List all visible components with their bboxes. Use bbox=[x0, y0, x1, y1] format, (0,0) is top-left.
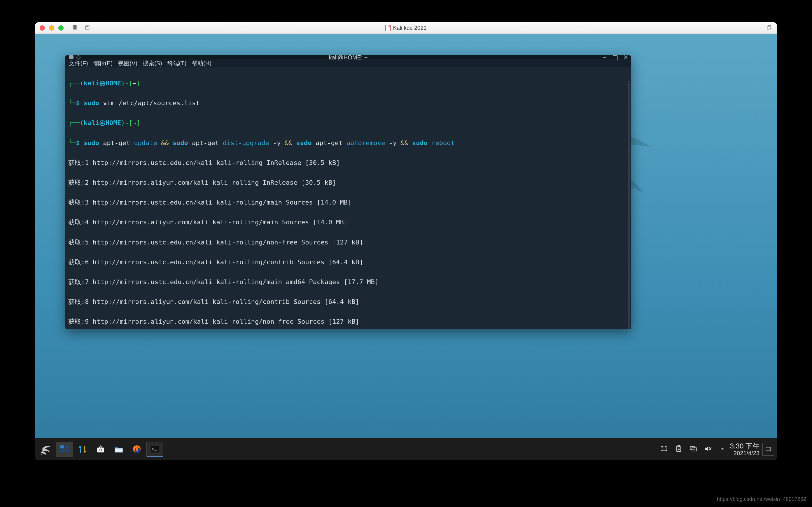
terminal-output-line: 获取:5 http://mirrors.ustc.edu.cn/kali kal… bbox=[68, 237, 626, 247]
svg-rect-13 bbox=[84, 446, 85, 450]
vm-toolbar-left bbox=[72, 24, 90, 32]
tray-expand-icon[interactable] bbox=[718, 445, 726, 454]
show-desktop-button[interactable] bbox=[762, 443, 774, 456]
svg-rect-9 bbox=[65, 449, 69, 453]
svg-rect-11 bbox=[80, 448, 81, 453]
svg-point-12 bbox=[84, 450, 86, 453]
terminal-output-line: 获取:2 http://mirrors.aliyun.com/kali kali… bbox=[68, 178, 626, 188]
taskbar-clock[interactable]: 3:30 下午 2021/4/23 bbox=[730, 442, 760, 457]
svg-rect-8 bbox=[60, 449, 64, 453]
restore-window-icon[interactable] bbox=[766, 24, 772, 32]
svg-rect-22 bbox=[692, 448, 696, 451]
svg-rect-7 bbox=[65, 446, 69, 449]
vm-document-icon bbox=[385, 25, 391, 31]
svg-rect-21 bbox=[690, 446, 695, 450]
volume-muted-icon[interactable] bbox=[704, 445, 712, 454]
pause-icon[interactable] bbox=[72, 24, 78, 32]
terminal-output-line: 获取:6 http://mirrors.ustc.edu.cn/kali kal… bbox=[68, 257, 626, 267]
terminal-output-line: 获取:1 http://mirrors.ustc.edu.cn/kali kal… bbox=[68, 158, 626, 168]
window-controls bbox=[40, 25, 63, 31]
terminal-output-line: 获取:4 http://mirrors.aliyun.com/kali kali… bbox=[68, 217, 626, 227]
host-window-title: Kali kde 2021 bbox=[35, 25, 777, 31]
terminal-output-line: 获取:9 http://mirrors.aliyun.com/kali kali… bbox=[68, 317, 626, 327]
host-title-text: Kali kde 2021 bbox=[393, 25, 426, 31]
snapshot-icon[interactable] bbox=[84, 24, 90, 32]
terminal-output-line: 获取:8 http://mirrors.aliyun.com/kali kali… bbox=[68, 297, 626, 307]
vm-taskbar: 3:30 下午 2021/4/23 bbox=[35, 438, 777, 460]
svg-rect-23 bbox=[766, 447, 771, 451]
terminal-titlebar[interactable]: kali@HOME: ~ － ▢ ✕ bbox=[65, 55, 631, 59]
taskbar-settings[interactable] bbox=[74, 442, 91, 457]
taskbar-workspaces[interactable] bbox=[56, 442, 73, 457]
vm-toolbar-right bbox=[766, 24, 772, 32]
svg-rect-18 bbox=[151, 446, 159, 453]
display-icon[interactable] bbox=[689, 445, 697, 454]
terminal-close-icon[interactable]: ✕ bbox=[623, 55, 628, 61]
host-window: Kali kde 2021 kali@HOME: ~ － ▢ bbox=[35, 22, 777, 460]
terminal-maximize-icon[interactable]: ▢ bbox=[612, 55, 618, 61]
svg-point-10 bbox=[79, 446, 82, 448]
clipboard-icon[interactable] bbox=[675, 445, 683, 454]
watermark-text: https://blog.csdn.net/weixin_46017292 bbox=[717, 496, 806, 502]
minimize-button[interactable] bbox=[49, 25, 54, 31]
terminal-scrollbar[interactable] bbox=[628, 81, 630, 329]
terminal-window: kali@HOME: ~ － ▢ ✕ 文件(F) 编辑(E) 视图(V) 搜索(… bbox=[65, 55, 631, 329]
svg-rect-16 bbox=[115, 448, 123, 453]
vm-toolbar-nav bbox=[117, 25, 121, 31]
fullscreen-button[interactable] bbox=[58, 25, 63, 31]
taskbar-file-manager[interactable] bbox=[110, 442, 127, 457]
svg-rect-3 bbox=[86, 25, 88, 26]
svg-rect-6 bbox=[60, 446, 64, 449]
svg-rect-5 bbox=[767, 26, 770, 29]
terminal-output-line: 获取:3 http://mirrors.ustc.edu.cn/kali kal… bbox=[68, 198, 626, 208]
clock-date: 2021/4/23 bbox=[730, 450, 760, 457]
taskbar-firefox[interactable] bbox=[128, 442, 145, 457]
svg-rect-1 bbox=[75, 25, 77, 29]
terminal-minimize-icon[interactable]: － bbox=[601, 55, 608, 61]
mac-titlebar: Kali kde 2021 bbox=[35, 22, 777, 34]
taskbar-terminal-active[interactable] bbox=[146, 442, 163, 457]
svg-rect-0 bbox=[73, 25, 74, 29]
vm-desktop[interactable]: kali@HOME: ~ － ▢ ✕ 文件(F) 编辑(E) 视图(V) 搜索(… bbox=[35, 34, 777, 460]
terminal-body[interactable]: ┌──(kali㉿HOME)-[~] └─$ sudo vim /etc/apt… bbox=[65, 67, 631, 329]
notifications-icon[interactable] bbox=[660, 445, 668, 454]
taskbar-kali-menu[interactable] bbox=[38, 442, 55, 457]
terminal-output-line: 获取:7 http://mirrors.ustc.edu.cn/kali kal… bbox=[68, 277, 626, 287]
system-tray bbox=[660, 445, 726, 454]
terminal-title: kali@HOME: ~ bbox=[65, 55, 631, 61]
taskbar-software-center[interactable] bbox=[92, 442, 109, 457]
close-button[interactable] bbox=[40, 25, 45, 31]
clock-time: 3:30 下午 bbox=[730, 442, 760, 450]
